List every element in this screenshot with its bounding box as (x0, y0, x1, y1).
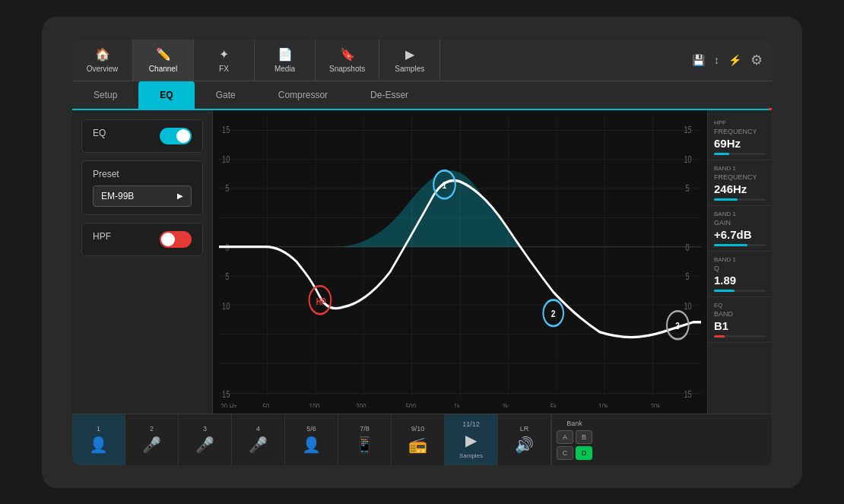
ch910-num: 9/10 (411, 425, 425, 433)
bank-area: Bank A B C D (551, 414, 597, 465)
channel-1[interactable]: 1 👤 (72, 414, 125, 465)
tab-snapshots-label: Snapshots (329, 65, 365, 73)
bank-buttons: A B C D (557, 430, 592, 460)
hpf-freq-param: HPF Frequency 69Hz (708, 115, 772, 160)
svg-text:5k: 5k (551, 401, 557, 407)
svg-text:10: 10 (684, 300, 692, 310)
chlr-num: LR (520, 425, 529, 433)
document-icon: 📄 (278, 47, 293, 62)
svg-text:HP: HP (316, 296, 326, 306)
bank-a[interactable]: A (557, 430, 573, 444)
band1-gain-section: BAND 1 (714, 211, 766, 217)
channel-910[interactable]: 9/10 📻 (392, 414, 445, 465)
right-sidebar: HPF Frequency 69Hz BAND 1 Frequency 246H… (707, 110, 772, 414)
eq-chart[interactable]: 15 10 5 0 5 10 15 15 10 5 0 5 10 15 (219, 116, 701, 407)
channel-lr[interactable]: LR 🔊 (498, 414, 551, 465)
svg-text:15: 15 (222, 388, 230, 398)
channel-1112[interactable]: 11/12 ▶ Samples (445, 414, 498, 465)
main-content: EQ Preset EM-99B ▶ HPF (72, 110, 772, 414)
chlr-icon: 🔊 (515, 436, 534, 454)
subtab-de-esser[interactable]: De-Esser (349, 81, 430, 110)
tab-overview-label: Overview (87, 65, 119, 73)
device-outer: 🏠 Overview ✏️ Channel ✦ FX 📄 Media 🔖 Sna… (42, 17, 802, 488)
svg-text:15: 15 (684, 125, 692, 135)
ch1112-icon: ▶ (465, 431, 477, 449)
preset-label: Preset (93, 169, 192, 179)
band1-gain-value: +6.7dB (714, 228, 766, 241)
tab-samples[interactable]: ▶ Samples (379, 40, 440, 81)
channel-3[interactable]: 3 🎤 (179, 414, 232, 465)
bottom-bar: 1 👤 2 🎤 3 🎤 4 🎤 5/6 👤 7/8 📱 (72, 414, 772, 465)
ch2-num: 2 (150, 425, 154, 433)
svg-text:500: 500 (405, 401, 416, 407)
band1-gain-slider[interactable] (714, 244, 766, 246)
svg-text:20k: 20k (651, 401, 661, 407)
eq-band-slider[interactable] (714, 335, 766, 338)
svg-text:15: 15 (684, 388, 692, 398)
tab-media[interactable]: 📄 Media (255, 40, 316, 81)
hpf-toggle[interactable] (160, 231, 192, 248)
pencil-icon: ✏️ (156, 47, 171, 62)
svg-text:20 Hz: 20 Hz (221, 401, 237, 407)
bank-d[interactable]: D (576, 446, 592, 460)
tab-fx[interactable]: ✦ FX (194, 40, 255, 81)
bookmark-icon: 🔖 (340, 47, 355, 62)
svg-text:2k: 2k (502, 401, 509, 407)
band1-q-section: BAND 1 (714, 256, 766, 263)
band1-gain-param: BAND 1 Gain +6.7dB (708, 206, 772, 252)
eq-band-param: EQ BAND B1 (708, 297, 772, 343)
top-nav: 🏠 Overview ✏️ Channel ✦ FX 📄 Media 🔖 Sna… (72, 40, 772, 81)
ch910-icon: 📻 (408, 436, 427, 454)
preset-arrow-icon: ▶ (177, 192, 183, 200)
svg-text:0: 0 (686, 242, 690, 252)
ch3-num: 3 (203, 425, 207, 433)
eq-band-label: BAND (714, 310, 766, 318)
save-icon[interactable]: 💾 (692, 54, 705, 66)
hpf-freq-label: Frequency (714, 128, 766, 135)
ch56-num: 5/6 (306, 425, 316, 433)
eq-band-value: B1 (714, 319, 766, 332)
channel-56[interactable]: 5/6 👤 (285, 414, 338, 465)
eq-area: 15 10 5 0 5 10 15 15 10 5 0 5 10 15 (213, 110, 707, 414)
channel-4[interactable]: 4 🎤 (232, 414, 285, 465)
tab-overview[interactable]: 🏠 Overview (72, 40, 133, 81)
bank-c[interactable]: C (557, 446, 573, 460)
preset-selector[interactable]: EM-99B ▶ (93, 185, 192, 207)
tab-snapshots[interactable]: 🔖 Snapshots (316, 40, 379, 81)
band1-freq-label: Frequency (714, 173, 766, 181)
left-panel: EQ Preset EM-99B ▶ HPF (72, 110, 213, 414)
band1-freq-param: BAND 1 Frequency 246Hz (708, 160, 772, 206)
sync-icon[interactable]: ↕ (714, 54, 719, 66)
ch56-icon: 👤 (302, 436, 321, 454)
settings-icon[interactable]: ⚙ (750, 52, 763, 68)
screen: 🏠 Overview ✏️ Channel ✦ FX 📄 Media 🔖 Sna… (72, 40, 772, 465)
svg-text:5: 5 (686, 182, 690, 192)
ch2-icon: 🎤 (142, 436, 161, 454)
subtab-gate[interactable]: Gate (195, 81, 257, 110)
subtab-setup[interactable]: Setup (72, 81, 138, 110)
svg-text:10k: 10k (598, 401, 608, 407)
ch78-icon: 📱 (355, 436, 374, 454)
sub-nav: Setup EQ Gate Compressor De-Esser (72, 81, 772, 110)
channel-78[interactable]: 7/8 📱 (338, 414, 392, 465)
band1-q-slider[interactable] (714, 290, 766, 292)
band1-freq-slider[interactable] (714, 198, 766, 201)
channel-2[interactable]: 2 🎤 (125, 414, 179, 465)
svg-text:5: 5 (686, 271, 690, 281)
top-right-icons: 💾 ↕ ⚡ ⚙ (683, 40, 772, 81)
hpf-freq-slider[interactable] (714, 153, 766, 155)
tab-channel[interactable]: ✏️ Channel (133, 40, 194, 81)
bluetooth-icon[interactable]: ⚡ (728, 54, 741, 66)
band1-freq-value: 246Hz (714, 182, 766, 195)
tab-channel-label: Channel (149, 65, 177, 73)
ch1-icon: 👤 (89, 436, 108, 454)
subtab-compressor[interactable]: Compressor (257, 81, 349, 110)
band1-q-value: 1.89 (714, 274, 766, 287)
tab-fx-label: FX (219, 65, 229, 73)
play-icon: ▶ (405, 47, 414, 62)
subtab-eq[interactable]: EQ (138, 81, 194, 110)
bank-label: Bank (566, 420, 582, 427)
bank-b[interactable]: B (576, 430, 592, 444)
eq-toggle[interactable] (160, 128, 192, 144)
svg-text:1k: 1k (454, 401, 461, 407)
